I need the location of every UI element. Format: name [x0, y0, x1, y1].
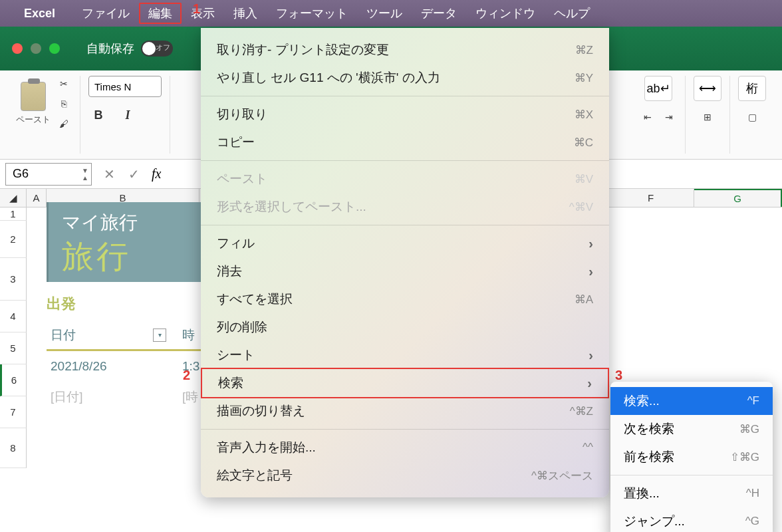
select-all-corner[interactable]: ◢ — [0, 189, 27, 207]
chevron-right-icon: › — [587, 376, 592, 391]
close-window-icon[interactable] — [12, 43, 23, 54]
row-header[interactable]: 4 — [0, 301, 27, 332]
menu-help[interactable]: ヘルプ — [545, 3, 599, 24]
col-date-header[interactable]: 日付 ▾ — [47, 321, 178, 351]
name-box[interactable]: G6 ▼▲ — [5, 163, 92, 186]
cut-icon[interactable]: ✂ — [56, 76, 72, 92]
filter-dropdown-icon[interactable]: ▾ — [153, 329, 166, 342]
menu-item[interactable]: 音声入力を開始...^^ — [201, 434, 609, 462]
autosave-toggle[interactable]: オフ — [141, 41, 173, 57]
col-header-g[interactable]: G — [694, 189, 782, 207]
submenu-item[interactable]: 前を検索⇧⌘G — [610, 443, 773, 471]
menu-item[interactable]: フィル› — [201, 229, 609, 257]
menu-item[interactable]: コピー⌘C — [201, 128, 609, 156]
chevron-down-icon[interactable]: ▼▲ — [82, 167, 88, 182]
menu-item[interactable]: やり直し セル G11 への '横浜市' の入力⌘Y — [201, 64, 609, 92]
increase-indent-icon[interactable]: ⇥ — [661, 109, 677, 125]
menu-edit[interactable]: 編集 — [139, 3, 182, 24]
app-name[interactable]: Excel — [24, 7, 55, 21]
paste-button[interactable]: ペースト — [16, 114, 51, 126]
row-header[interactable]: 7 — [0, 396, 27, 428]
menu-item: 形式を選択してペースト...^⌘V — [201, 193, 609, 221]
menu-tools[interactable]: ツール — [357, 3, 412, 24]
col-header-f[interactable]: F — [608, 189, 694, 207]
annotation-3: 3 — [615, 368, 622, 383]
chevron-right-icon: › — [588, 236, 593, 251]
clipboard-icon — [21, 82, 46, 111]
menu-item[interactable]: 描画の切り替え^⌘Z — [201, 397, 609, 425]
menu-item[interactable]: すべてを選択⌘A — [201, 285, 609, 313]
cell-style-icon[interactable]: ▢ — [744, 109, 760, 125]
row-header[interactable]: 2 — [0, 221, 27, 258]
menu-file[interactable]: ファイル — [72, 3, 139, 24]
row-header[interactable]: 5 — [0, 332, 27, 364]
menu-data[interactable]: データ — [412, 3, 466, 24]
fx-label[interactable]: fx — [152, 166, 161, 182]
cell-reference: G6 — [13, 167, 29, 181]
cell-date-placeholder[interactable]: [日付] — [47, 382, 178, 412]
chevron-right-icon: › — [588, 348, 593, 363]
menu-insert[interactable]: 挿入 — [224, 3, 267, 24]
edit-menu-dropdown: 取り消す- プリント設定の変更⌘Zやり直し セル G11 への '横浜市' の入… — [201, 28, 609, 497]
menu-item[interactable]: シート› — [201, 341, 609, 369]
find-submenu: 検索...^F次を検索⌘G前を検索⇧⌘G置換...^Hジャンプ...^G — [610, 382, 773, 532]
font-name-select[interactable]: Times N — [88, 76, 162, 97]
menu-item[interactable]: 消去› — [201, 257, 609, 285]
menu-item[interactable]: 絵文字と記号^⌘スペース — [201, 462, 609, 489]
annotation-1: 1 — [193, 1, 200, 17]
row-header[interactable]: 8 — [0, 428, 27, 468]
format-painter-icon[interactable]: 🖌 — [56, 116, 72, 132]
zoom-window-icon[interactable] — [49, 43, 60, 54]
menu-item: ペースト⌘V — [201, 165, 609, 193]
bold-button[interactable]: B — [88, 105, 108, 125]
format-button[interactable]: 桁 — [738, 76, 766, 101]
menu-item[interactable]: 切り取り⌘X — [201, 100, 609, 128]
menu-item[interactable]: 取り消す- プリント設定の変更⌘Z — [201, 36, 609, 64]
minimize-window-icon[interactable] — [31, 43, 41, 54]
menu-format[interactable]: フォーマット — [267, 3, 357, 24]
cancel-formula-icon[interactable]: ✕ — [104, 166, 115, 182]
row-header[interactable]: 3 — [0, 258, 27, 301]
decrease-indent-icon[interactable]: ⇤ — [640, 109, 656, 125]
confirm-formula-icon[interactable]: ✓ — [128, 166, 140, 182]
copy-icon[interactable]: ⎘ — [56, 96, 72, 112]
chevron-right-icon: › — [588, 264, 593, 279]
traffic-lights — [12, 43, 60, 54]
menu-item[interactable]: 検索› — [201, 368, 609, 398]
italic-button[interactable]: I — [118, 105, 138, 125]
menu-bar: Excel ファイル 編集 表示 挿入 フォーマット ツール データ ウィンドウ… — [0, 0, 782, 27]
row-header[interactable]: 6 — [0, 364, 27, 396]
merge-cells-icon[interactable]: ⊞ — [700, 109, 716, 125]
submenu-item[interactable]: ジャンプ...^G — [610, 507, 773, 532]
submenu-item[interactable]: 次を検索⌘G — [610, 415, 773, 443]
submenu-item[interactable]: 置換...^H — [610, 479, 773, 507]
menu-view[interactable]: 表示 — [182, 3, 224, 24]
cell-date[interactable]: 2021/8/26 — [47, 351, 178, 382]
merge-button[interactable]: ⟷ — [694, 76, 721, 101]
menu-window[interactable]: ウィンドウ — [466, 3, 545, 24]
col-header-a[interactable]: A — [27, 189, 47, 207]
row-header[interactable]: 1 — [0, 207, 27, 221]
submenu-item[interactable]: 検索...^F — [610, 387, 773, 415]
autosave-label: 自動保存 — [86, 41, 134, 57]
wrap-text-button[interactable]: ab↵ — [644, 76, 672, 101]
menu-item[interactable]: 列の削除 — [201, 313, 609, 341]
annotation-2: 2 — [183, 368, 190, 383]
